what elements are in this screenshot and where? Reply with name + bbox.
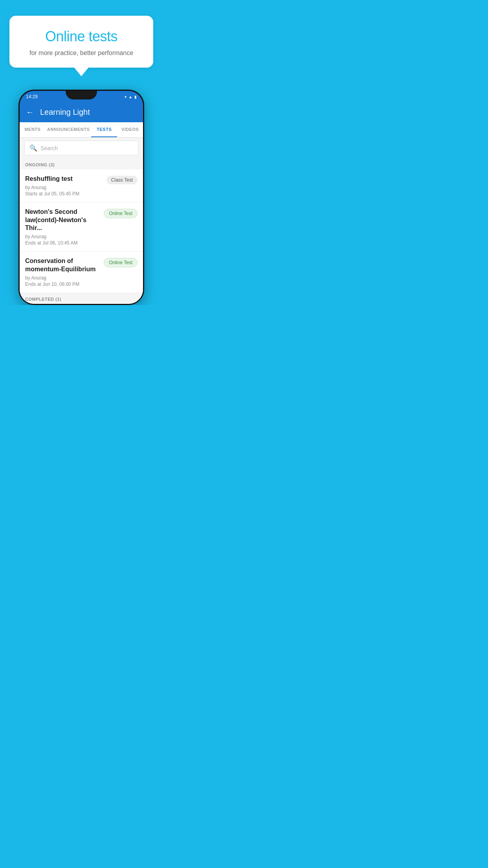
status-icons: ▾ ▲ ▮ bbox=[125, 95, 137, 99]
search-placeholder: Search bbox=[40, 145, 58, 151]
test-item-by: by Anurag bbox=[25, 234, 100, 239]
test-item-time: Starts at Jul 05, 05:45 PM bbox=[25, 191, 103, 197]
phone-wrapper: 14:29 ▾ ▲ ▮ ← Learning Light MENTS ANNOU… bbox=[0, 90, 163, 305]
test-item-title: Reshuffling test bbox=[25, 175, 103, 183]
speech-bubble: Online tests for more practice, better p… bbox=[9, 16, 153, 68]
content-area: ONGOING (3) Reshuffling test by Anurag S… bbox=[20, 158, 143, 304]
test-item-time: Ends at Jun 10, 06:00 PM bbox=[25, 281, 100, 287]
test-badge-online-2: Online Test bbox=[104, 258, 138, 267]
phone-mockup: 14:29 ▾ ▲ ▮ ← Learning Light MENTS ANNOU… bbox=[18, 90, 144, 305]
search-container: 🔍 Search bbox=[20, 138, 143, 158]
signal-icon: ▲ bbox=[128, 95, 132, 99]
speech-bubble-title: Online tests bbox=[19, 28, 144, 45]
back-button[interactable]: ← bbox=[26, 108, 34, 117]
test-item[interactable]: Conservation of momentum-Equilibrium by … bbox=[20, 252, 143, 293]
test-item-left: Newton's Second law(contd)-Newton's Thir… bbox=[25, 208, 100, 246]
status-time: 14:29 bbox=[26, 94, 38, 99]
tab-bar: MENTS ANNOUNCEMENTS TESTS VIDEOS bbox=[20, 122, 143, 138]
phone-notch bbox=[66, 91, 97, 99]
test-item-left: Conservation of momentum-Equilibrium by … bbox=[25, 257, 100, 287]
wifi-icon: ▾ bbox=[125, 95, 127, 99]
test-badge-online: Online Test bbox=[104, 209, 138, 218]
test-item-time: Ends at Jul 06, 10:45 AM bbox=[25, 240, 100, 246]
test-item-title: Conservation of momentum-Equilibrium bbox=[25, 257, 100, 274]
test-item[interactable]: Newton's Second law(contd)-Newton's Thir… bbox=[20, 202, 143, 252]
tab-tests[interactable]: TESTS bbox=[91, 122, 117, 137]
tab-announcements[interactable]: ANNOUNCEMENTS bbox=[46, 122, 92, 137]
search-icon: 🔍 bbox=[29, 144, 37, 152]
ongoing-section-label: ONGOING (3) bbox=[20, 158, 143, 169]
tab-videos[interactable]: VIDEOS bbox=[117, 122, 143, 137]
test-item-by: by Anurag bbox=[25, 185, 103, 190]
battery-icon: ▮ bbox=[134, 95, 137, 99]
speech-bubble-subtitle: for more practice, better performance bbox=[19, 50, 144, 57]
test-badge-class: Class Test bbox=[106, 176, 138, 184]
promo-section: Online tests for more practice, better p… bbox=[0, 0, 163, 68]
test-item-title: Newton's Second law(contd)-Newton's Thir… bbox=[25, 208, 100, 232]
test-item-left: Reshuffling test by Anurag Starts at Jul… bbox=[25, 175, 103, 197]
test-item[interactable]: Reshuffling test by Anurag Starts at Jul… bbox=[20, 169, 143, 202]
app-bar-title: Learning Light bbox=[40, 108, 137, 117]
test-item-by: by Anurag bbox=[25, 275, 100, 281]
tab-ments[interactable]: MENTS bbox=[20, 122, 46, 137]
search-box[interactable]: 🔍 Search bbox=[24, 141, 138, 155]
completed-section-label: COMPLETED (1) bbox=[20, 293, 143, 304]
app-bar: ← Learning Light bbox=[20, 102, 143, 122]
